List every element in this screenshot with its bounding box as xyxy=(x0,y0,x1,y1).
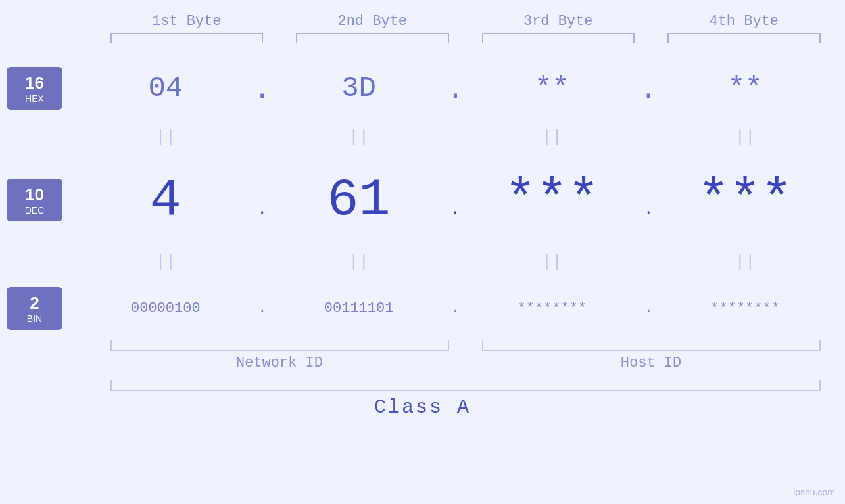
bracket-top-2 xyxy=(296,33,449,43)
bin-val-3: ******** xyxy=(518,300,587,317)
watermark: ipshu.com xyxy=(793,487,835,497)
dot-bin-2: . xyxy=(451,300,460,317)
eq-1-3: || xyxy=(542,127,562,147)
eq-row-2: || || || || xyxy=(0,246,845,279)
dot-hex-1: . xyxy=(254,70,271,106)
header-byte3: 3rd Byte xyxy=(482,13,635,30)
dec-val-3: *** xyxy=(504,170,599,230)
eq-row-1: || || || || xyxy=(0,121,845,154)
dot-dec-1: . xyxy=(258,174,267,218)
bin-badge: 2 BIN xyxy=(7,287,62,330)
bottom-brackets xyxy=(110,340,821,351)
dec-val-4: *** xyxy=(698,170,792,230)
eq-2-4: || xyxy=(735,252,756,272)
eq-1-1: || xyxy=(155,127,176,147)
bin-val-4: ******** xyxy=(710,300,780,317)
eq-2-2: || xyxy=(349,252,369,272)
id-labels-row: Network ID Host ID xyxy=(110,355,821,371)
dec-val-1: 4 xyxy=(150,170,181,230)
hex-val-3: ** xyxy=(535,72,569,104)
bracket-top-1 xyxy=(110,33,264,43)
bracket-host-left xyxy=(482,340,635,351)
hex-val-4: ** xyxy=(728,72,763,104)
bin-row: 2 BIN 00000100 . 00111101 . ******** . *… xyxy=(0,279,845,338)
host-id-label: Host ID xyxy=(621,355,681,371)
eq-2-3: || xyxy=(542,252,562,272)
dot-bin-1: . xyxy=(258,300,266,317)
hex-badge: 16 HEX xyxy=(7,67,62,110)
dec-badge: 10 DEC xyxy=(7,179,62,221)
bracket-net-mid xyxy=(263,340,296,351)
hex-row: 16 HEX 04 . 3D . ** . ** xyxy=(0,55,845,121)
main-container: 1st Byte 2nd Byte 3rd Byte 4th Byte 16 H… xyxy=(0,0,845,504)
dot-hex-2: . xyxy=(447,70,464,106)
header-byte2: 2nd Byte xyxy=(296,13,449,30)
dec-row: 10 DEC 4 . 61 . *** . *** xyxy=(0,154,845,246)
bracket-net-right xyxy=(296,340,449,351)
bracket-host-right xyxy=(667,340,821,351)
hex-val-1: 04 xyxy=(148,72,183,104)
eq-1-2: || xyxy=(349,127,369,147)
dot-dec-2: . xyxy=(450,174,460,218)
bin-val-1: 00000100 xyxy=(131,300,201,317)
eq-2-1: || xyxy=(155,252,176,272)
bin-val-2: 00111101 xyxy=(324,300,394,317)
bracket-top-3 xyxy=(482,33,635,43)
bracket-net-left xyxy=(110,340,264,351)
dot-hex-3: . xyxy=(640,70,657,106)
dec-val-2: 61 xyxy=(327,170,391,230)
header-byte4: 4th Byte xyxy=(667,13,821,30)
dot-bin-3: . xyxy=(644,300,653,317)
eq-1-4: || xyxy=(735,127,756,147)
class-a-label: Class A xyxy=(374,396,471,419)
header-byte1: 1st Byte xyxy=(110,13,264,30)
bracket-top-4 xyxy=(667,33,821,43)
bracket-host-mid xyxy=(635,340,667,351)
full-bracket xyxy=(110,380,821,391)
dot-dec-3: . xyxy=(644,174,653,218)
network-id-label: Network ID xyxy=(236,355,323,371)
hex-val-2: 3D xyxy=(341,72,376,104)
